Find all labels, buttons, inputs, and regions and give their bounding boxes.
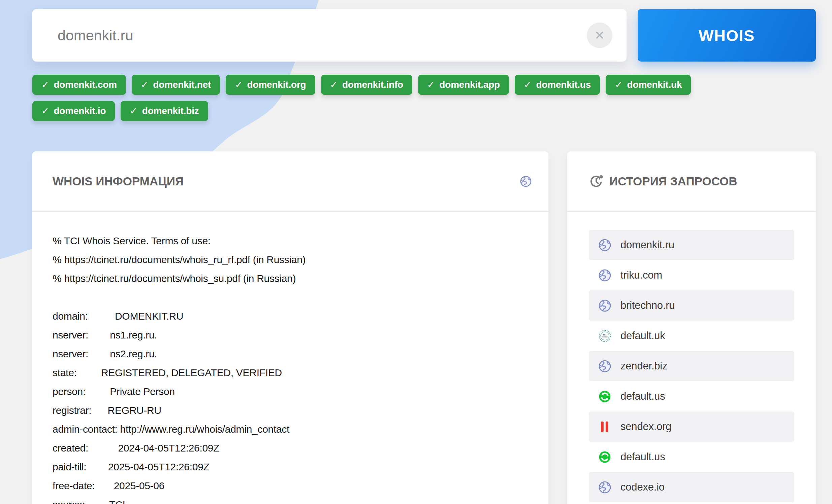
domain-suggestions: ✓domenkit.com✓domenkit.net✓domenkit.org✓… [32, 75, 726, 121]
whois-line: admin-contact: http://www.reg.ru/whois/a… [53, 420, 528, 439]
globe-icon [599, 239, 611, 251]
suggestion-domain-label: domenkit.uk [627, 79, 682, 90]
suggestion-badge[interactable]: ✓domenkit.us [515, 75, 600, 95]
svg-text:Premium: Premium [602, 336, 608, 337]
whois-line: source: TCI [53, 495, 528, 504]
history-domain-label: codexe.io [621, 481, 665, 493]
whois-line: free-date: 2025-05-06 [53, 476, 528, 495]
whois-info-card: WHOIS ИНФОРМАЦИЯ % TCI Whois Service. Te… [32, 151, 548, 504]
check-icon: ✓ [524, 79, 531, 90]
suggestion-domain-label: domenkit.com [54, 79, 116, 90]
check-icon: ✓ [330, 79, 338, 90]
history-domain-label: domenkit.ru [621, 239, 674, 251]
whois-line: paid-till: 2025-04-05T12:26:09Z [53, 457, 528, 476]
close-icon: ✕ [594, 28, 605, 43]
whois-line: domain: DOMENKIT.RU [53, 307, 528, 326]
check-icon: ✓ [427, 79, 435, 90]
suggestion-badge[interactable]: ✓domenkit.net [132, 75, 220, 95]
suggestion-badge[interactable]: ✓domenkit.io [32, 101, 115, 121]
whois-line: person: Private Person [53, 382, 528, 401]
history-domain-label: triku.com [621, 269, 662, 281]
history-item[interactable]: sendex.org [589, 412, 794, 442]
suggestion-badge[interactable]: ✓domenkit.biz [121, 101, 208, 121]
suggestion-domain-label: domenkit.org [247, 79, 306, 90]
suggestion-domain-label: domenkit.info [342, 79, 403, 90]
history-card-title: ИСТОРИЯ ЗАПРОСОВ [609, 175, 737, 188]
history-item[interactable]: codexe.io [589, 472, 794, 502]
history-domain-label: default.uk [621, 330, 665, 342]
check-icon: ✓ [141, 79, 148, 90]
history-clock-icon [589, 174, 604, 189]
search-box: ✕ [32, 9, 626, 62]
whois-line: % https://tcinet.ru/documents/whois_su.p… [53, 269, 528, 288]
whois-line [53, 288, 528, 307]
whois-line: % https://tcinet.ru/documents/whois_ru_r… [53, 250, 528, 269]
history-item[interactable]: triku.com [589, 260, 794, 290]
history-item[interactable]: default.us [589, 381, 794, 412]
sync-arrows-icon [599, 390, 611, 403]
globe-icon [599, 360, 611, 372]
history-domain-label: britechno.ru [621, 300, 675, 312]
sync-arrows-icon [599, 451, 611, 463]
history-list: domenkit.rutriku.combritechno.ru№1Premiu… [567, 212, 816, 502]
check-icon: ✓ [42, 106, 49, 116]
whois-line: state: REGISTERED, DELEGATED, VERIFIED [53, 363, 528, 382]
clear-search-button[interactable]: ✕ [587, 23, 613, 48]
suggestion-domain-label: domenkit.biz [142, 106, 199, 116]
suggestion-domain-label: domenkit.us [536, 79, 591, 90]
whois-card-title: WHOIS ИНФОРМАЦИЯ [53, 175, 184, 188]
suggestion-domain-label: domenkit.net [153, 79, 211, 90]
globe-icon [599, 300, 611, 312]
history-domain-label: zender.biz [621, 360, 667, 372]
suggestion-domain-label: domenkit.io [54, 106, 106, 116]
suggestion-badge[interactable]: ✓domenkit.info [321, 75, 412, 95]
globe-icon [599, 481, 611, 494]
whois-line: nserver: ns1.reg.ru. [53, 326, 528, 344]
history-item[interactable]: domenkit.ru [589, 230, 794, 260]
suggestion-domain-label: domenkit.app [439, 79, 500, 90]
history-domain-label: sendex.org [621, 421, 671, 433]
svg-text:№1: №1 [603, 333, 607, 335]
whois-submit-button[interactable]: WHOIS [638, 9, 816, 62]
whois-line: % TCI Whois Service. Terms of use: [53, 231, 528, 250]
search-input[interactable] [58, 9, 583, 62]
history-domain-label: default.us [621, 451, 665, 463]
whois-output: % TCI Whois Service. Terms of use:% http… [32, 212, 548, 504]
check-icon: ✓ [130, 106, 137, 116]
whois-line: created: 2024-04-05T12:26:09Z [53, 439, 528, 457]
history-card: ИСТОРИЯ ЗАПРОСОВ domenkit.rutriku.combri… [567, 151, 816, 504]
check-icon: ✓ [42, 79, 49, 90]
check-icon: ✓ [615, 79, 622, 90]
history-item[interactable]: zender.biz [589, 351, 794, 381]
suggestion-badge[interactable]: ✓domenkit.app [418, 75, 509, 95]
suggestion-badge[interactable]: ✓domenkit.com [32, 75, 126, 95]
history-item[interactable]: №1Premiumdefault.uk [589, 320, 794, 351]
whois-card-header: WHOIS ИНФОРМАЦИЯ [32, 151, 548, 212]
history-item[interactable]: default.us [589, 442, 794, 472]
check-icon: ✓ [235, 79, 242, 90]
globe-icon [520, 176, 531, 187]
whois-line: nserver: ns2.reg.ru. [53, 344, 528, 363]
history-item[interactable]: britechno.ru [589, 290, 794, 320]
suggestion-badge[interactable]: ✓domenkit.uk [606, 75, 691, 95]
premium-stamp-icon: №1Premium [599, 330, 611, 342]
pause-bars-icon [599, 421, 611, 433]
suggestion-badge[interactable]: ✓domenkit.org [226, 75, 315, 95]
history-domain-label: default.us [621, 390, 665, 402]
history-card-header: ИСТОРИЯ ЗАПРОСОВ [567, 151, 816, 212]
globe-icon [599, 269, 611, 282]
whois-line: registrar: REGRU-RU [53, 401, 528, 420]
